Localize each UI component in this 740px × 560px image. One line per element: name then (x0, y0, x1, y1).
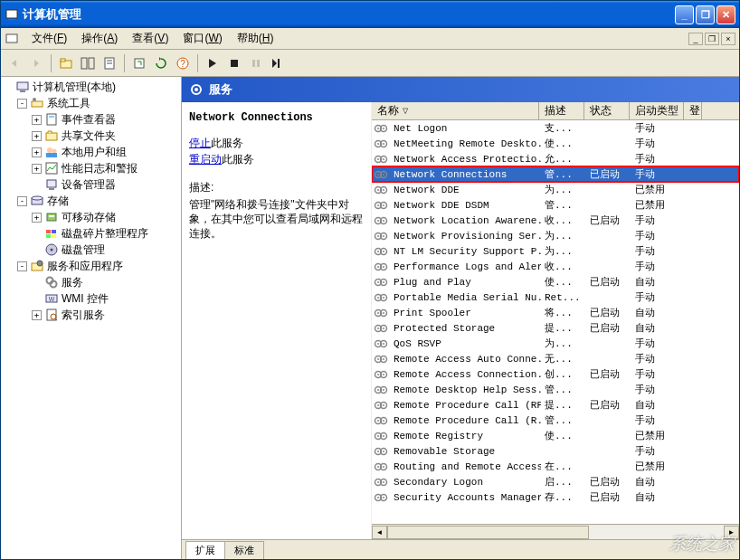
scroll-left-button[interactable]: ◄ (372, 526, 387, 539)
service-row[interactable]: Routing and Remote Access在...已禁用 (372, 459, 739, 474)
tree-node[interactable]: +事件查看器 (3, 111, 179, 128)
column-desc[interactable]: 描述 (539, 102, 584, 119)
service-row[interactable]: Portable Media Serial Nu...Ret...手动 (372, 289, 739, 305)
show-hide-tree-button[interactable] (78, 53, 98, 73)
tree-node[interactable]: +共享文件夹 (3, 128, 179, 144)
expand-toggle[interactable]: - (17, 99, 27, 109)
restart-link[interactable]: 重启动 (189, 153, 222, 166)
service-row[interactable]: Removable Storage手动 (372, 443, 739, 459)
help-button[interactable]: ? (173, 53, 193, 73)
tree-pane[interactable]: 计算机管理(本地)-系统工具+事件查看器+共享文件夹+本地用户和组+性能日志和警… (1, 77, 182, 559)
service-desc: 为... (541, 229, 586, 242)
back-button[interactable] (5, 53, 24, 73)
service-row[interactable]: Secondary Logon启...已启动自动 (372, 474, 739, 489)
scroll-thumb[interactable] (387, 526, 589, 539)
gear-icon (374, 244, 388, 259)
expand-toggle[interactable]: + (32, 131, 42, 141)
service-row[interactable]: Security Accounts Manager存...已启动自动 (372, 489, 739, 505)
tab-standard[interactable]: 标准 (224, 541, 264, 559)
service-name: Portable Media Serial Nu... (390, 292, 541, 303)
mdi-restore-button[interactable]: ❐ (705, 33, 719, 45)
tree-node[interactable]: 服务 (3, 274, 179, 290)
menu-w[interactable]: 窗口(W) (176, 30, 229, 46)
service-row[interactable]: NT LM Security Support P...为...手动 (372, 243, 739, 259)
tree-node[interactable]: +可移动存储 (3, 209, 179, 225)
tree-label: 事件查看器 (62, 112, 116, 128)
service-row[interactable]: Net Logon支...手动 (372, 120, 739, 136)
service-row[interactable]: Remote Procedure Call (R...管...手动 (372, 413, 739, 428)
svg-point-41 (37, 261, 43, 266)
menu-h[interactable]: 帮助(H) (230, 30, 281, 46)
close-button[interactable]: ✕ (716, 5, 735, 24)
expand-toggle[interactable]: - (17, 196, 27, 206)
service-row[interactable]: Network Connections管...已启动手动 (372, 166, 739, 182)
service-row[interactable]: Remote Procedure Call (RPC)提...已启动自动 (372, 397, 739, 413)
restart-service-button[interactable] (268, 53, 288, 73)
properties-button[interactable] (100, 53, 119, 73)
service-row[interactable]: Network Access Protectio...允...手动 (372, 151, 739, 166)
pause-service-button[interactable] (246, 53, 266, 73)
service-row[interactable]: Performance Logs and Alerts收...手动 (372, 259, 739, 274)
service-startup: 手动 (631, 337, 686, 350)
service-row[interactable]: Network DDE为...已禁用 (372, 182, 739, 197)
service-row[interactable]: Remote Access Connection...创...已启动手动 (372, 366, 739, 382)
menu-v[interactable]: 查看(V) (125, 30, 176, 46)
export-button[interactable] (129, 53, 149, 73)
service-row[interactable]: Remote Desktop Help Sess...管...手动 (372, 382, 739, 397)
expand-toggle[interactable]: + (32, 310, 42, 320)
tree-node[interactable]: 磁盘管理 (3, 242, 179, 258)
service-row[interactable]: Protected Storage提...已启动自动 (372, 320, 739, 336)
tree-node[interactable]: -存储 (3, 193, 179, 209)
svg-point-62 (383, 158, 384, 160)
tree-node[interactable]: -系统工具 (3, 95, 179, 111)
expand-toggle[interactable]: + (32, 164, 42, 174)
expand-toggle[interactable]: + (32, 115, 42, 125)
tree-node[interactable]: 计算机管理(本地) (3, 79, 179, 95)
forward-button[interactable] (26, 53, 46, 73)
service-row[interactable]: Remote Access Auto Conne...无...手动 (372, 351, 739, 366)
column-startup[interactable]: 启动类型 (630, 102, 684, 119)
svg-point-82 (383, 235, 384, 237)
minimize-button[interactable]: _ (675, 5, 694, 24)
service-row[interactable]: Remote Registry使...已禁用 (372, 428, 739, 443)
tree-node[interactable]: +本地用户和组 (3, 144, 179, 160)
menu-f[interactable]: 文件(F) (24, 30, 74, 46)
service-row[interactable]: QoS RSVP为...手动 (372, 336, 739, 351)
svg-point-25 (52, 149, 57, 154)
services-list[interactable]: Net Logon支...手动NetMeeting Remote Deskto.… (372, 120, 739, 524)
stop-service-button[interactable] (224, 53, 244, 73)
tree-node[interactable]: -服务和应用程序 (3, 258, 179, 274)
mdi-minimize-button[interactable]: _ (688, 33, 703, 45)
tree-node[interactable]: 磁盘碎片整理程序 (3, 225, 179, 242)
service-row[interactable]: NetMeeting Remote Deskto...使...手动 (372, 136, 739, 151)
scroll-right-button[interactable]: ► (724, 526, 739, 539)
tab-extended[interactable]: 扩展 (185, 541, 225, 559)
maximize-button[interactable]: ❐ (696, 5, 715, 24)
svg-point-73 (377, 204, 379, 206)
start-service-button[interactable] (203, 53, 223, 73)
menu-a[interactable]: 操作(A) (74, 30, 125, 46)
service-row[interactable]: Print Spooler将...已启动自动 (372, 305, 739, 320)
service-status: 已启动 (586, 367, 631, 381)
tree-node[interactable]: 设备管理器 (3, 176, 179, 193)
horizontal-scrollbar[interactable]: ◄ ► (372, 524, 739, 539)
service-row[interactable]: Plug and Play使...已启动自动 (372, 274, 739, 289)
refresh-button[interactable] (151, 53, 171, 73)
expand-toggle[interactable]: - (17, 261, 27, 271)
column-logon[interactable]: 登 (684, 102, 702, 119)
svg-point-93 (377, 281, 379, 283)
mdi-close-button[interactable]: × (721, 33, 735, 45)
up-button[interactable] (56, 53, 76, 73)
tree-node[interactable]: +性能日志和警报 (3, 160, 179, 176)
service-row[interactable]: Network Provisioning Ser...为...手动 (372, 228, 739, 243)
tree-node[interactable]: WWMI 控件 (3, 290, 179, 307)
expand-toggle[interactable]: + (32, 147, 42, 157)
column-name[interactable]: 名称 ▽ (372, 102, 539, 119)
column-status[interactable]: 状态 (584, 102, 630, 119)
tree-node[interactable]: +索引服务 (3, 307, 179, 323)
service-row[interactable]: Network DDE DSDM管...已禁用 (372, 197, 739, 213)
stop-link[interactable]: 停止 (189, 137, 211, 149)
service-row[interactable]: Network Location Awarene...收...已启动手动 (372, 213, 739, 228)
expand-toggle[interactable]: + (32, 213, 42, 223)
service-desc: 使... (541, 275, 586, 289)
